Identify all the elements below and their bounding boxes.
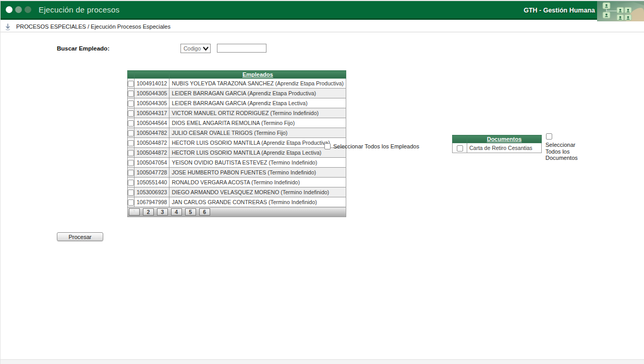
employee-checkbox[interactable] (128, 160, 134, 166)
employee-checkbox-cell (128, 79, 135, 89)
top-header-bar: Ejecución de procesos GTH - Gestión Huma… (1, 1, 644, 20)
employees-table-header-row: Empleados (128, 71, 346, 79)
documents-table: Documentos Carta de Retiro Cesantias (452, 135, 542, 153)
employees-table-header: Empleados (169, 71, 346, 79)
employees-header-id-col (135, 71, 169, 79)
employee-row: 1005044305 LEIDER BARRAGAN GARCIA (Apren… (128, 98, 346, 108)
employee-id: 1004914012 (135, 79, 169, 89)
employee-checkbox[interactable] (128, 130, 134, 136)
select-all-employees-label: Seleccionar Todos los Empleados (333, 143, 419, 149)
employee-row: 1005044317 VICTOR MANUEL ORTIZ RODRIGUEZ… (128, 108, 346, 118)
employee-checkbox-cell (128, 128, 135, 138)
employee-checkbox[interactable] (128, 140, 134, 146)
search-employee-label: Buscar Empleado: (57, 45, 110, 52)
employee-name: JULIO CESAR OVALLE TRIGOS (Termino Fijo) (169, 128, 346, 138)
employee-name: NUBIS YOLEYDA TARAZONA SANCHEZ (Aprendiz… (169, 79, 346, 89)
document-row: Carta de Retiro Cesantias (453, 143, 542, 153)
employee-row: 1005044564 DIOS EMEL ANGARITA REMOLINA (… (128, 118, 346, 128)
employee-checkbox[interactable] (128, 180, 134, 186)
employee-id: 1005044305 (135, 98, 169, 108)
brand-title: GTH - Gestión Humana (524, 1, 595, 20)
search-filter-selected-value: Codigo (184, 45, 201, 52)
pagination-page-button[interactable]: 6 (199, 208, 210, 216)
document-checkbox-cell (453, 143, 467, 153)
select-all-documents-checkbox[interactable] (546, 133, 552, 140)
employee-checkbox-cell (128, 98, 135, 108)
select-all-employees[interactable]: Seleccionar Todos los Empleados (324, 143, 419, 149)
employee-checkbox[interactable] (128, 150, 134, 156)
search-input[interactable] (217, 44, 266, 53)
pagination-row: 1 2 3 4 5 6 (128, 207, 346, 217)
employee-checkbox[interactable] (128, 81, 134, 87)
document-checkbox[interactable] (457, 145, 463, 152)
page-title: Ejecución de procesos (39, 5, 119, 14)
employee-name: HECTOR LUIS OSORIO MANTILLA (Aprendiz Et… (169, 148, 346, 158)
employee-name: YEISON OVIDIO BAUTISTA ESTEVEZ (Termino … (169, 158, 346, 168)
employee-name: LEIDER BARRAGAN GARCIA (Aprendiz Etapa P… (169, 89, 346, 98)
documents-table-header-row: Documentos (453, 135, 542, 143)
employees-header-checkbox-col (128, 71, 135, 79)
gth-logo-image (597, 1, 644, 21)
employee-id: 1005044305 (135, 89, 169, 98)
employee-id: 1053006923 (135, 187, 169, 197)
employee-checkbox[interactable] (128, 170, 134, 176)
employee-checkbox-cell (128, 89, 135, 98)
employee-row: 1005047054 YEISON OVIDIO BAUTISTA ESTEVE… (128, 158, 346, 168)
window-dots (6, 6, 31, 13)
pagination-page-button[interactable]: 5 (185, 208, 196, 216)
select-all-documents-label: Seleccionar Todos los Documentos (545, 142, 579, 161)
employee-checkbox-cell (128, 138, 135, 148)
employee-checkbox-cell (128, 178, 135, 187)
employee-id: 1067947998 (135, 197, 169, 207)
breadcrumb: PROCESOS ESPECIALES / Ejecución Procesos… (16, 23, 171, 30)
employee-name: JAN CARLOS GRANDE CONTRERAS (Termino Ind… (169, 197, 346, 207)
employee-checkbox-cell (128, 187, 135, 197)
employee-checkbox[interactable] (128, 91, 134, 97)
document-name: Carta de Retiro Cesantias (467, 143, 542, 153)
employee-id: 1005047728 (135, 168, 169, 178)
dot-icon (6, 6, 13, 13)
pagination-page-button[interactable]: 1 (129, 208, 140, 216)
search-filter-select[interactable]: Codigo (180, 44, 211, 53)
employee-checkbox[interactable] (128, 120, 134, 127)
employee-row: 1004914012 NUBIS YOLEYDA TARAZONA SANCHE… (128, 79, 346, 89)
employee-row: 1053006923 DIEGO ARMANDO VELASQUEZ MOREN… (128, 187, 346, 197)
process-button[interactable]: Procesar (57, 232, 103, 241)
employee-name: DIOS EMEL ANGARITA REMOLINA (Termino Fij… (169, 118, 346, 128)
employee-row: 1005044872 HECTOR LUIS OSORIO MANTILLA (… (128, 148, 346, 158)
employee-checkbox[interactable] (128, 101, 134, 107)
pagination-page-button[interactable]: 4 (171, 208, 182, 216)
employee-name: LEIDER BARRAGAN GARCIA (Aprendiz Etapa L… (169, 98, 346, 108)
employee-checkbox-cell (128, 148, 135, 158)
employee-row: 1067947998 JAN CARLOS GRANDE CONTRERAS (… (128, 197, 346, 207)
employee-row: 1050551440 RONALDO VERGARA ACOSTA (Termi… (128, 178, 346, 187)
pagination-page-button[interactable]: 3 (157, 208, 168, 216)
employee-checkbox[interactable] (128, 199, 134, 206)
employee-name: RONALDO VERGARA ACOSTA (Termino Indefini… (169, 178, 346, 187)
employee-id: 1005044564 (135, 118, 169, 128)
employee-name: DIEGO ARMANDO VELASQUEZ MORENO (Termino … (169, 187, 346, 197)
employee-id: 1005047054 (135, 158, 169, 168)
employee-checkbox[interactable] (128, 110, 134, 117)
dot-icon (25, 6, 31, 13)
chevron-down-icon (203, 46, 209, 51)
employee-checkbox-cell (128, 108, 135, 118)
employee-row: 1005044305 LEIDER BARRAGAN GARCIA (Apren… (128, 89, 346, 98)
employee-id: 1005044782 (135, 128, 169, 138)
employee-name: HECTOR LUIS OSORIO MANTILLA (Aprendiz Et… (169, 138, 346, 148)
page: Ejecución de procesos GTH - Gestión Huma… (0, 0, 644, 364)
employee-row: 1005044872 HECTOR LUIS OSORIO MANTILLA (… (128, 138, 346, 148)
employee-checkbox-cell (128, 168, 135, 178)
employee-checkbox-cell (128, 197, 135, 207)
employee-name: VICTOR MANUEL ORTIZ RODRIGUEZ (Termino I… (169, 108, 346, 118)
select-all-employees-checkbox[interactable] (324, 143, 331, 149)
dot-icon (15, 6, 22, 13)
employee-checkbox[interactable] (128, 190, 134, 196)
employee-checkbox-cell (128, 158, 135, 168)
pagination-page-button[interactable]: 2 (143, 208, 154, 216)
employee-id: 1005044872 (135, 148, 169, 158)
employee-id: 1050551440 (135, 178, 169, 187)
down-arrow-icon[interactable] (5, 23, 11, 30)
employee-row: 1005044782 JULIO CESAR OVALLE TRIGOS (Te… (128, 128, 346, 138)
pagination-cell: 1 2 3 4 5 6 (128, 207, 346, 217)
